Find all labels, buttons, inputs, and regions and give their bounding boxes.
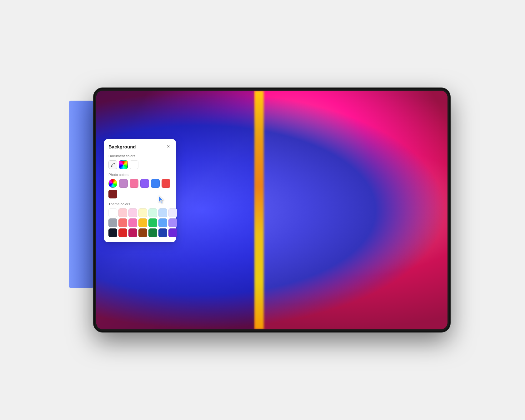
theme-swatch-light-yellow[interactable] — [138, 208, 147, 217]
theme-swatch-light-green[interactable] — [148, 208, 157, 217]
theme-swatch-dark-blue[interactable] — [158, 228, 167, 237]
photo-swatch-blue[interactable] — [151, 179, 160, 188]
panel-header: Background × — [108, 143, 172, 150]
tablet-device: Background × Document colors 🖊 — [94, 88, 450, 332]
theme-swatch-empty-1 — [178, 208, 187, 217]
theme-colors-section: Theme colors — [108, 202, 172, 237]
theme-swatch-mid-green[interactable] — [148, 218, 157, 227]
theme-swatch-light-rose[interactable] — [118, 208, 127, 217]
close-icon: × — [167, 144, 170, 149]
photo-swatch-pink[interactable] — [130, 179, 138, 188]
eyedropper-button[interactable]: 🖊 — [108, 160, 117, 169]
photo-swatch-colorwheel[interactable] — [108, 179, 117, 188]
theme-swatch-mid-blue[interactable] — [158, 218, 167, 227]
theme-swatch-mid-amber[interactable] — [138, 218, 147, 227]
gradient-swatch[interactable] — [119, 160, 128, 169]
theme-swatch-mid-red[interactable] — [118, 218, 127, 227]
theme-swatch-mid-purple[interactable] — [168, 218, 177, 227]
decorative-blue-strip — [69, 101, 94, 288]
photo-swatch-darkred[interactable] — [108, 190, 117, 198]
photo-colors-section: Photo colors — [108, 173, 172, 198]
document-colors-row: 🖊 — [108, 160, 172, 169]
tablet-screen: Background × Document colors 🖊 — [96, 91, 448, 329]
theme-swatch-black[interactable] — [108, 228, 117, 237]
theme-swatch-light-pink[interactable] — [128, 208, 137, 217]
panel-title: Background — [108, 144, 136, 149]
eyedropper-icon: 🖊 — [111, 162, 115, 167]
photo-swatch-red[interactable] — [162, 179, 170, 188]
theme-swatch-mid-pink[interactable] — [128, 218, 137, 227]
theme-swatch-dark-red[interactable] — [118, 228, 127, 237]
scene: Background × Document colors 🖊 — [75, 69, 450, 351]
theme-swatch-light-purple[interactable] — [168, 208, 177, 217]
photo-swatch-lilac[interactable] — [119, 179, 128, 188]
theme-swatch-empty-2 — [178, 218, 187, 227]
document-colors-label: Document colors — [108, 154, 172, 158]
color-picker-panel: Background × Document colors 🖊 — [104, 139, 176, 242]
theme-swatch-dark-purple[interactable] — [168, 228, 177, 237]
theme-swatch-dark-green[interactable] — [148, 228, 157, 237]
close-button[interactable]: × — [165, 143, 172, 150]
theme-swatch-light-blue[interactable] — [158, 208, 167, 217]
theme-swatch-white[interactable] — [108, 208, 117, 217]
document-colors-section: Document colors 🖊 — [108, 154, 172, 169]
theme-swatch-gray[interactable] — [108, 218, 117, 227]
theme-swatch-dark-pink[interactable] — [128, 228, 137, 237]
white-swatch[interactable] — [130, 160, 138, 169]
photo-colors-label: Photo colors — [108, 173, 172, 177]
photo-swatch-purple[interactable] — [140, 179, 149, 188]
theme-swatch-empty-3 — [178, 228, 187, 237]
theme-swatch-dark-amber[interactable] — [138, 228, 147, 237]
theme-colors-grid — [108, 208, 172, 237]
